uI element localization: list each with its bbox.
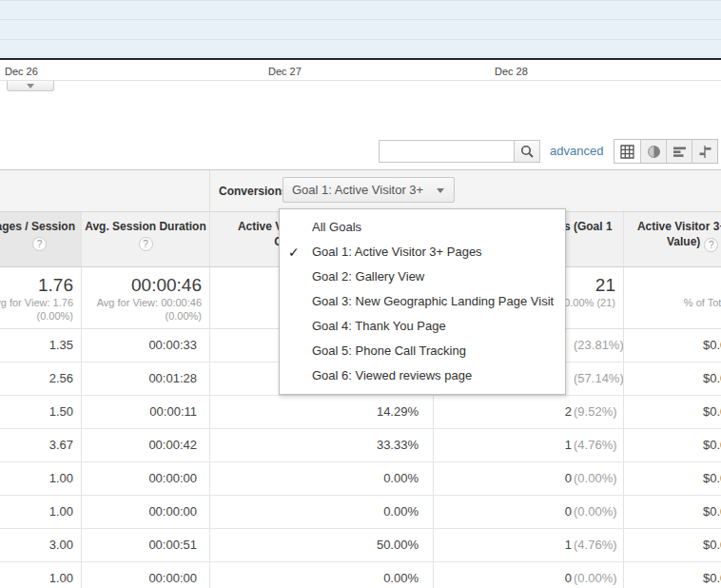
cell-goal-value: $0.00 [623,496,721,528]
search-button[interactable] [514,140,540,163]
chart-collapse-button[interactable] [7,81,54,91]
cell-goal-completions: 1 (4.76%) [433,429,623,461]
conversions-section-label: Conversions [210,185,288,198]
table-view-button[interactable] [614,140,640,163]
table-grid-icon [620,145,634,159]
table-row: 1.00 00:00:00 0.00% 0 (0.00%) $0.00 [0,562,721,588]
column-header-pages-session[interactable]: Pages / Session ? [0,212,81,266]
goal-menu-item[interactable]: Goal 5: Phone Call Tracking [280,339,565,363]
help-icon[interactable]: ? [32,237,47,251]
cell-pages-session: 2.56 [0,363,81,395]
table-row: 1.00 00:00:00 0.00% 0 (0.00%) $0.00 [0,462,721,496]
goal-selector-menu: All Goals✓Goal 1: Active Visitor 3+ Page… [279,208,566,395]
cell-avg-session-duration: 00:01:28 [81,363,209,395]
cell-goal-conversion-rate: 0.00% [209,496,433,528]
cell-avg-session-duration: 00:00:33 [81,329,209,362]
cell-goal-completions: 2 (9.52%) [433,396,623,428]
cell-pages-session: 1.00 [0,562,81,588]
comparison-bars-icon [697,146,712,158]
cell-goal-value: $0.00 [623,562,721,588]
axis-date-label: Dec 28 [495,66,528,77]
goal-menu-item-label: Goal 6: Viewed reviews page [312,368,472,382]
checkmark-icon: ✓ [288,240,300,265]
cell-pages-session: 3.67 [0,429,81,461]
goal-menu-item[interactable]: Goal 3: New Geographic Landing Page Visi… [280,289,565,314]
goal-menu-item-label: Goal 1: Active Visitor 3+ Pages [312,245,482,259]
axis-date-label: Dec 26 [5,66,38,77]
chart-date-axis: Dec 26 Dec 27 Dec 28 [0,62,721,81]
timeline-chart-strip [0,0,721,60]
chart-gridline [0,19,721,20]
goal-menu-item[interactable]: Goal 2: Gallery View [280,265,565,289]
cell-goal-value: $0.00 [623,429,721,461]
cell-avg-session-duration: 00:00:00 [81,462,209,495]
cell-goal-conversion-rate: 33.33% [209,429,433,461]
summary-pages-session: 1.76 Avg for View: 1.76 (0.00%) [0,267,81,328]
search-input[interactable] [379,140,515,163]
cell-pages-session: 1.35 [0,329,81,362]
goal-menu-item[interactable]: Goal 4: Thank You Page [280,314,565,339]
cell-goal-completions: 0 (0.00%) [433,496,623,528]
chevron-down-icon [437,188,444,193]
cell-goal-value: $0.00 [623,329,721,362]
pie-chart-icon [647,145,661,159]
goal-menu-item[interactable]: All Goals [280,215,565,240]
goal-menu-item-label: Goal 5: Phone Call Tracking [312,343,466,358]
goal-selector-dropdown[interactable]: Goal 1: Active Visitor 3+ Pages [283,177,455,203]
cell-goal-value: $0.00 [623,462,721,495]
table-row: 3.00 00:00:51 50.00% 1 (4.76%) $0.00 [0,529,721,562]
cell-pages-session: 1.00 [0,462,81,495]
column-header-avg-session-duration[interactable]: Avg. Session Duration ? [81,212,209,266]
axis-date-label: Dec 27 [268,66,302,77]
cell-avg-session-duration: 00:00:00 [81,562,209,588]
search-icon [520,145,534,158]
cell-avg-session-duration: 00:00:11 [81,396,209,428]
goal-menu-item[interactable]: Goal 6: Viewed reviews page [280,363,565,388]
cell-goal-conversion-rate: 50.00% [209,529,433,561]
help-icon[interactable]: ? [704,238,718,252]
goal-menu-item-label: Goal 3: New Geographic Landing Page Visi… [312,294,554,308]
cell-goal-completions: 0 (0.00%) [433,562,623,588]
cell-pages-session: 1.00 [0,496,81,528]
horizontal-bars-icon [672,146,687,158]
table-row: 1.50 00:00:11 14.29% 2 (9.52%) $0.00 [0,396,721,429]
analytics-report-screen: Dec 26 Dec 27 Dec 28 advanced [0,0,721,588]
cell-goal-completions: 0 (0.00%) [433,462,623,495]
summary-goal-value: % of Total: [623,267,721,328]
cell-avg-session-duration: 00:00:51 [81,529,209,561]
table-row: 1.00 00:00:00 0.00% 0 (0.00%) $0.00 [0,496,721,529]
cell-pages-session: 3.00 [0,529,81,561]
help-icon[interactable]: ? [139,237,153,251]
column-header-goal-value[interactable]: Active Visitor 3+ Pages (Goal 1 Value)? [623,212,721,266]
cell-goal-conversion-rate: 0.00% [209,562,433,588]
performance-view-button[interactable] [666,140,692,163]
goal-menu-item-label: Goal 4: Thank You Page [312,319,446,333]
comparison-view-button[interactable] [692,140,717,163]
view-toggle-group [614,139,718,164]
cell-goal-value: $0.00 [623,396,721,428]
advanced-search-link[interactable]: advanced [550,144,603,158]
cell-pages-session: 1.50 [0,396,81,428]
cell-goal-completions: 1 (4.76%) [433,529,623,561]
cell-avg-session-duration: 00:00:00 [81,496,209,528]
cell-goal-value: $0.00 [623,529,721,561]
cell-avg-session-duration: 00:00:42 [81,429,209,461]
summary-avg-session-duration: 00:00:46 Avg for View: 00:00:46 (0.00%) [81,267,209,328]
cell-goal-value: $0.00 [623,363,721,395]
cell-goal-conversion-rate: 14.29% [209,396,433,428]
cell-goal-conversion-rate: 0.00% [209,462,433,495]
goal-menu-item-label: All Goals [312,220,361,234]
percentage-view-button[interactable] [640,140,666,163]
chart-gridline [0,0,721,1]
goal-menu-item[interactable]: ✓Goal 1: Active Visitor 3+ Pages [280,240,565,265]
chart-gridline [0,39,721,40]
goal-menu-item-label: Goal 2: Gallery View [312,269,424,284]
table-row: 3.67 00:00:42 33.33% 1 (4.76%) $0.00 [0,429,721,462]
chevron-down-icon [27,84,34,88]
